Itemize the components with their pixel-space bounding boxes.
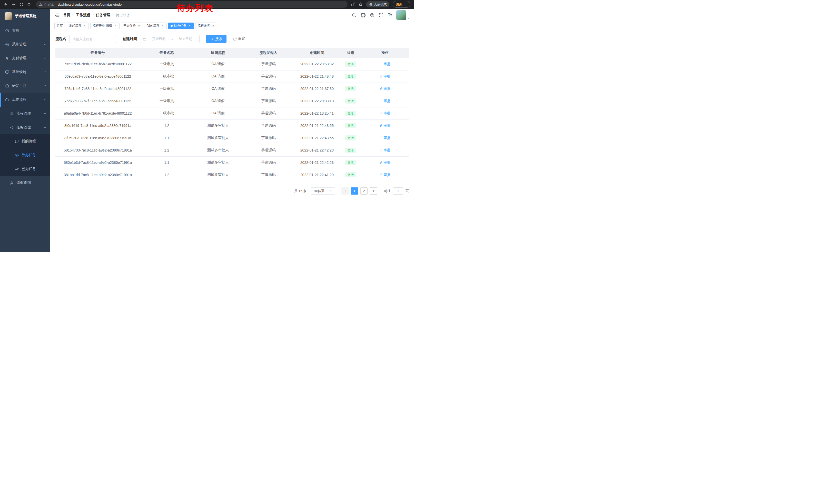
tab-done-tasks[interactable]: 已办任务 × [121, 22, 143, 29]
arrow-left-icon [4, 2, 8, 6]
update-button[interactable]: 更新 [393, 1, 410, 8]
eye-icon [15, 153, 19, 157]
status-badge: 激活 [345, 160, 356, 165]
user-menu[interactable] [396, 10, 410, 20]
bookmark-star-icon[interactable] [359, 2, 363, 6]
search-icon [352, 13, 356, 17]
tab-process-detail[interactable]: 流程详情 × [195, 22, 217, 29]
sidebar-item-my-processes[interactable]: 我的流程 [0, 134, 50, 148]
font-size-button[interactable]: TT [388, 13, 392, 17]
process-cell: OA 请假 [193, 58, 243, 70]
edit-icon [379, 173, 382, 176]
close-icon[interactable]: × [211, 24, 215, 28]
status-badge: 激活 [345, 61, 356, 67]
page-button-2[interactable]: 2 [360, 187, 368, 194]
tab-start-process[interactable]: 发起流程 × [67, 22, 89, 29]
sidebar-item-process-management[interactable]: 流程管理 [0, 107, 50, 121]
close-icon[interactable]: × [137, 24, 141, 28]
next-page-button[interactable] [370, 187, 377, 194]
sidebar-item-task-management[interactable]: 任务管理 [0, 121, 50, 134]
edit-icon [379, 62, 382, 65]
task-id-cell: 580e1b3d-7ac8-11ec-a9e2-a2380e71991a [55, 156, 140, 169]
sidebar-item-label: 请假查询 [16, 180, 31, 185]
close-icon[interactable]: × [114, 24, 117, 28]
home-icon [27, 2, 31, 6]
chevron-right-icon [372, 189, 375, 192]
address-bar[interactable]: 不安全 dashboard.yudao.iocoder.cn/bpm/task/… [36, 1, 347, 8]
sidebar-fold-button[interactable] [54, 13, 59, 18]
approve-link[interactable]: 审批 [379, 123, 390, 128]
status-badge: 激活 [345, 111, 356, 116]
breadcrumb-home[interactable]: 首页 [63, 13, 70, 17]
sidebar-item-leave-query[interactable]: 请假查询 [0, 176, 50, 190]
active-dot [171, 25, 173, 27]
table-header-row: 任务编号 任务名称 所属流程 流程发起人 创建时间 状态 操作 [55, 48, 409, 58]
tab-my-processes[interactable]: 我的流程 × [145, 22, 167, 29]
approve-link[interactable]: 审批 [379, 86, 390, 91]
status-badge: 激活 [345, 135, 356, 140]
tab-process-form-edit[interactable]: 流程表单-编辑 × [90, 22, 120, 29]
start-date-placeholder: 开始日期 [148, 37, 170, 41]
sidebar-item-infrastructure[interactable]: 基础设施 [0, 65, 50, 79]
task-name-cell: 1.2 [140, 169, 194, 181]
sidebar-item-home[interactable]: 首页 [0, 24, 50, 37]
approve-link[interactable]: 审批 [379, 148, 390, 152]
tab-home[interactable]: 首页 [54, 22, 65, 29]
created-cell: 2022-01-22 20:33:10 [294, 95, 340, 107]
breadcrumb-task-management[interactable]: 任务管理 [96, 13, 110, 17]
back-button[interactable] [3, 1, 9, 8]
close-icon[interactable]: × [83, 24, 86, 28]
approve-link[interactable]: 审批 [379, 74, 390, 79]
search-button[interactable]: 搜索 [206, 35, 226, 43]
sidebar-item-workflow[interactable]: 工作流程 [0, 93, 50, 107]
table-row: 8f0d1619-7ac8-11ec-a9e2-a2380e71991a 1.2… [55, 120, 409, 132]
edit-icon [379, 99, 382, 102]
app-logo-row: 芋道管理系统 [0, 9, 50, 24]
sidebar-item-payment[interactable]: ¥ 支付管理 [0, 51, 50, 65]
avatar[interactable] [396, 10, 406, 20]
approve-link[interactable]: 审批 [379, 173, 390, 177]
page-button-1[interactable]: 1 [351, 187, 358, 194]
github-button[interactable] [361, 13, 366, 18]
breadcrumb: 首页 / 工作流程 / 任务管理 / 待办任务 [63, 13, 130, 17]
breadcrumb-workflow[interactable]: 工作流程 [76, 13, 90, 17]
close-icon[interactable]: × [161, 24, 164, 28]
forward-button[interactable] [10, 1, 17, 8]
edit-icon [379, 149, 382, 152]
col-task-name: 任务名称 [140, 48, 194, 58]
approve-link[interactable]: 审批 [379, 62, 390, 66]
refresh-button[interactable] [18, 1, 25, 8]
process-cell: OA 请假 [193, 83, 243, 95]
total-count: 共 16 条 [294, 189, 306, 193]
task-id-cell: 8f0d1619-7ac8-11ec-a9e2-a2380e71991a [55, 120, 140, 132]
approve-link[interactable]: 审批 [379, 136, 390, 140]
prev-page-button[interactable] [341, 187, 348, 194]
page-size-select[interactable]: 10条/页 [311, 187, 335, 194]
status-badge: 激活 [345, 123, 356, 128]
approve-link[interactable]: 审批 [379, 111, 390, 116]
tab-todo-tasks[interactable]: 待办任务 × [168, 22, 194, 29]
sidebar-item-done-tasks[interactable]: 已办任务 [0, 162, 50, 176]
password-key-icon[interactable] [351, 2, 355, 6]
reset-button[interactable]: 重置 [229, 35, 249, 43]
kebab-menu-icon[interactable] [404, 3, 408, 6]
sidebar-item-devtools[interactable]: 研发工具 [0, 79, 50, 93]
close-icon[interactable]: × [188, 24, 191, 28]
initiator-cell: 芋道源码 [243, 83, 294, 95]
font-size-icon: T [388, 13, 390, 17]
incognito-label: 无痕模式 [374, 2, 386, 7]
process-cell: OA 请假 [193, 107, 243, 120]
home-button[interactable] [26, 1, 32, 8]
header-search-button[interactable] [352, 13, 356, 17]
date-range-picker[interactable]: 开始日期 - 结束日期 [140, 35, 200, 43]
process-name-input[interactable] [69, 35, 116, 43]
goto-page-input[interactable] [393, 187, 403, 194]
question-circle-icon [370, 13, 374, 17]
approve-link[interactable]: 审批 [379, 99, 390, 103]
task-name-cell: 1.2 [140, 120, 194, 132]
help-button[interactable] [370, 13, 374, 17]
fullscreen-button[interactable] [379, 13, 383, 17]
sidebar-item-todo-tasks[interactable]: 待办任务 [0, 148, 50, 162]
sidebar-item-system[interactable]: 系统管理 [0, 37, 50, 51]
approve-link[interactable]: 审批 [379, 160, 390, 165]
